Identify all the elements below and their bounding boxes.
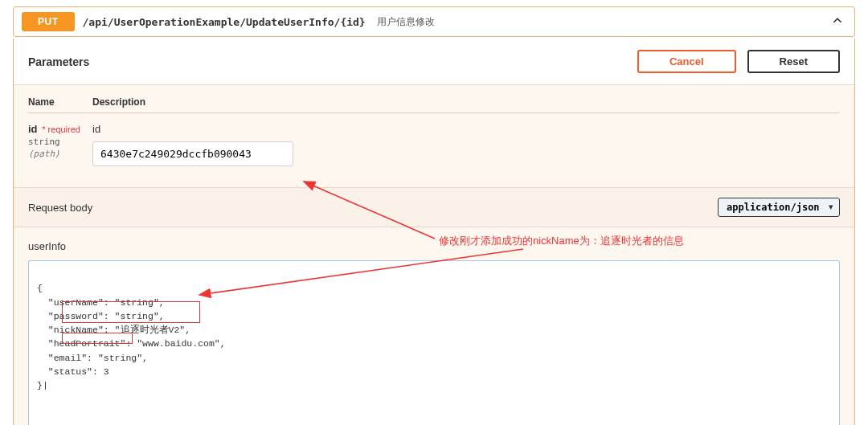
highlight-box bbox=[62, 333, 133, 344]
reset-button[interactable]: Reset bbox=[747, 50, 840, 73]
api-operation-panel: PUT /api/UserOperationExample/UpdateUser… bbox=[13, 6, 855, 425]
json-line: }| bbox=[37, 380, 48, 390]
endpoint-summary: 用户信息修改 bbox=[377, 15, 435, 29]
body-field-label: userInfo bbox=[14, 227, 854, 260]
annotation-text: 修改刚才添加成功的nickName为：追逐时光者的信息 bbox=[439, 234, 684, 248]
request-body-label: Request body bbox=[28, 202, 92, 214]
param-in: (path) bbox=[28, 149, 60, 159]
parameters-bar: Parameters Cancel Reset bbox=[14, 39, 854, 85]
operation-header[interactable]: PUT /api/UserOperationExample/UpdateUser… bbox=[13, 6, 855, 37]
cancel-button[interactable]: Cancel bbox=[637, 50, 736, 73]
param-name: id bbox=[28, 123, 38, 135]
parameters-table: Name Description id * required string (p… bbox=[14, 85, 854, 187]
operation-body: Parameters Cancel Reset Name Description… bbox=[13, 39, 855, 425]
highlight-box bbox=[62, 301, 200, 323]
param-type: string bbox=[28, 137, 92, 147]
json-line: { bbox=[37, 283, 43, 293]
chevron-up-icon[interactable] bbox=[830, 14, 845, 31]
param-row: id * required string (path) id bbox=[28, 118, 840, 181]
param-name-header: Name bbox=[28, 96, 92, 108]
action-buttons: Cancel Reset bbox=[637, 50, 840, 73]
json-line: "email": "string", bbox=[37, 353, 148, 363]
json-line: "status": 3 bbox=[37, 366, 109, 377]
param-required-label: * required bbox=[42, 125, 80, 134]
parameters-heading: Parameters bbox=[28, 55, 89, 68]
content-type-select[interactable]: application/json bbox=[718, 198, 840, 217]
request-body-bar: Request body application/json bbox=[14, 187, 854, 227]
param-desc-header: Description bbox=[92, 96, 840, 108]
param-description: id bbox=[92, 123, 840, 135]
request-body-editor[interactable]: { "userName": "string", "password": "str… bbox=[28, 260, 840, 425]
http-method-badge: PUT bbox=[22, 12, 75, 31]
param-value-input[interactable] bbox=[92, 141, 293, 166]
endpoint-path: /api/UserOperationExample/UpdateUserInfo… bbox=[83, 16, 366, 28]
